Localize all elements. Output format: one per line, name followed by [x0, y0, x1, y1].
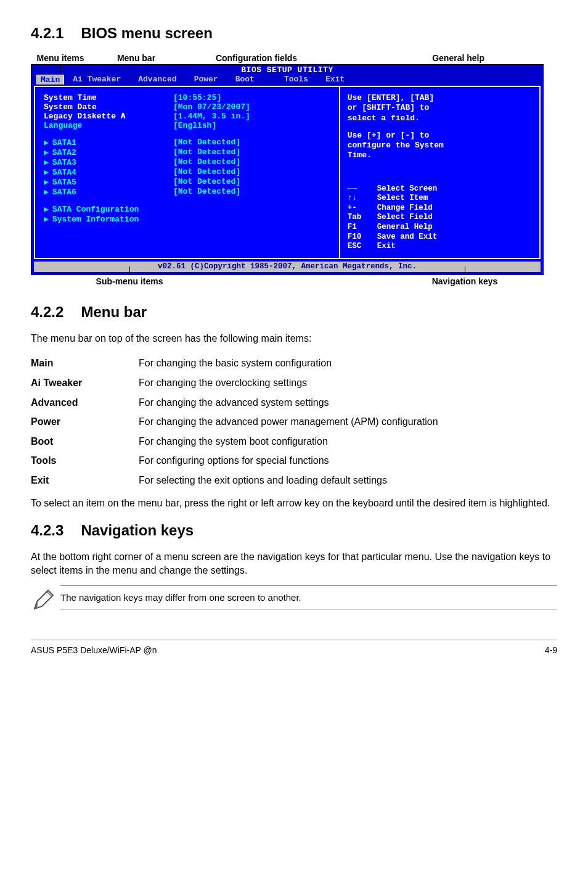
- triangle-icon: ▶: [44, 205, 49, 214]
- row-value: [Not Detected]: [173, 187, 240, 197]
- triangle-icon: ▶: [44, 158, 49, 167]
- table-row: ToolsFor configuring options for special…: [31, 451, 557, 471]
- def-desc: For changing the system boot configurati…: [139, 432, 557, 452]
- key: ←→: [348, 184, 377, 194]
- heading-4-2-1: 4.2.1BIOS menu screen: [31, 25, 557, 42]
- def-term: Main: [31, 353, 139, 373]
- navkeys-text: At the bottom right corner of a menu scr…: [31, 550, 557, 577]
- key: F1: [348, 223, 377, 233]
- triangle-icon: ▶: [44, 178, 49, 187]
- heading-num: 4.2.1: [31, 25, 63, 42]
- def-desc: For changing the advanced power manageme…: [139, 412, 557, 432]
- callout-navkeys: Navigation keys: [432, 276, 498, 286]
- help-line: Time.: [348, 151, 532, 160]
- help-line: configure the System: [348, 141, 532, 151]
- bios-tab-advanced: Advanced: [129, 75, 185, 85]
- row-label: SATA5: [52, 178, 76, 187]
- table-row: ExitFor selecting the exit options and l…: [31, 471, 557, 490]
- def-desc: For changing the advanced system setting…: [139, 393, 557, 413]
- row-label: SATA2: [52, 148, 76, 157]
- bottom-callout-row: Sub-menu items Navigation keys: [31, 276, 557, 286]
- heading-title: Menu bar: [81, 303, 147, 320]
- triangle-icon: ▶: [44, 138, 49, 147]
- bios-tab-power: Power: [186, 75, 227, 85]
- callout-general-help: General help: [432, 53, 484, 63]
- callout-submenu: Sub-menu items: [96, 276, 163, 286]
- key-desc: Exit: [377, 242, 396, 252]
- row-label: System Information: [52, 215, 139, 224]
- key: F10: [348, 233, 377, 242]
- key-desc: Save and Exit: [377, 233, 438, 242]
- row-value: [10:55:25]: [173, 93, 221, 102]
- bios-tab-boot: Boot: [227, 75, 263, 85]
- top-callout-row: Menu items Menu bar Configuration fields…: [31, 53, 557, 63]
- def-term: Exit: [31, 471, 139, 490]
- note-box: The navigation keys may differ from one …: [31, 585, 557, 615]
- footer-left: ASUS P5E3 Deluxe/WiFi-AP @n: [31, 645, 157, 655]
- definitions-table: MainFor changing the basic system config…: [31, 353, 557, 490]
- bios-right-pane: Use [ENTER], [TAB] or [SHIFT-TAB] to sel…: [340, 87, 539, 258]
- bios-menubar: Main Ai Tweaker Advanced Power Boot Tool…: [31, 75, 543, 86]
- key-desc: General Help: [377, 223, 433, 233]
- pencil-icon: [31, 585, 60, 615]
- key: Tab: [348, 213, 377, 223]
- bios-tab-exit: Exit: [317, 75, 353, 85]
- row-value: [English]: [173, 121, 216, 130]
- footer-right: 4-9: [545, 645, 557, 655]
- row-label: SATA1: [52, 138, 76, 147]
- help-line: or [SHIFT-TAB] to: [348, 103, 532, 113]
- def-desc: For changing the basic system configurat…: [139, 353, 557, 373]
- row-label: Language: [44, 121, 173, 130]
- row-label: Legacy Diskette A: [44, 112, 173, 121]
- row-value: [Not Detected]: [173, 138, 240, 147]
- row-label: SATA Configuration: [52, 205, 139, 214]
- menubar-intro: The menu bar on top of the screen has th…: [31, 332, 557, 345]
- heading-4-2-2: 4.2.2Menu bar: [31, 303, 557, 321]
- triangle-icon: ▶: [44, 148, 49, 157]
- row-label: System Date: [44, 102, 173, 112]
- table-row: PowerFor changing the advanced power man…: [31, 412, 557, 432]
- bios-title: BIOS SETUP UTILITY: [31, 65, 543, 75]
- def-term: Boot: [31, 432, 139, 452]
- key: ESC: [348, 242, 377, 252]
- callout-menu-items: Menu items: [36, 53, 84, 63]
- bios-tab-main: Main: [36, 75, 64, 85]
- def-term: Power: [31, 412, 139, 432]
- row-value: [Not Detected]: [173, 167, 240, 177]
- row-label: SATA6: [52, 188, 76, 197]
- heading-num: 4.2.2: [31, 303, 63, 321]
- key-desc: Select Item: [377, 194, 428, 204]
- callout-menu-bar: Menu bar: [117, 53, 155, 63]
- heading-title: Navigation keys: [81, 522, 194, 538]
- def-term: Ai Tweaker: [31, 373, 139, 393]
- def-term: Tools: [31, 451, 139, 471]
- row-label: SATA4: [52, 168, 76, 177]
- row-value: [Not Detected]: [173, 177, 240, 187]
- heading-4-2-3: 4.2.3Navigation keys: [31, 522, 557, 539]
- row-value: [1.44M, 3.5 in.]: [173, 112, 250, 121]
- key-desc: Select Field: [377, 213, 433, 223]
- bios-screenshot: BIOS SETUP UTILITY Main Ai Tweaker Advan…: [31, 64, 544, 275]
- menubar-outro: To select an item on the menu bar, press…: [31, 497, 557, 510]
- def-term: Advanced: [31, 393, 139, 413]
- table-row: Ai TweakerFor changing the overclocking …: [31, 373, 557, 393]
- bios-tab-tools: Tools: [276, 75, 317, 85]
- def-desc: For configuring options for special func…: [139, 451, 557, 471]
- table-row: BootFor changing the system boot configu…: [31, 432, 557, 452]
- page-footer: ASUS P5E3 Deluxe/WiFi-AP @n 4-9: [31, 640, 557, 655]
- table-row: MainFor changing the basic system config…: [31, 353, 557, 373]
- key: +-: [348, 204, 377, 213]
- note-text: The navigation keys may differ from one …: [60, 585, 557, 609]
- table-row: AdvancedFor changing the advanced system…: [31, 393, 557, 413]
- def-desc: For changing the overclocking settings: [139, 373, 557, 393]
- row-value: [Not Detected]: [173, 157, 240, 167]
- triangle-icon: ▶: [44, 215, 49, 224]
- triangle-icon: ▶: [44, 188, 49, 197]
- bios-tab-ai: Ai Tweaker: [64, 75, 129, 85]
- row-value: [Mon 07/23/2007]: [173, 102, 250, 112]
- heading-num: 4.2.3: [31, 522, 63, 539]
- row-label: SATA3: [52, 158, 76, 167]
- key-desc: Select Screen: [377, 184, 438, 194]
- help-line: Use [+] or [-] to: [348, 131, 532, 141]
- bios-left-pane: System Time[10:55:25] System Date[Mon 07…: [35, 87, 340, 258]
